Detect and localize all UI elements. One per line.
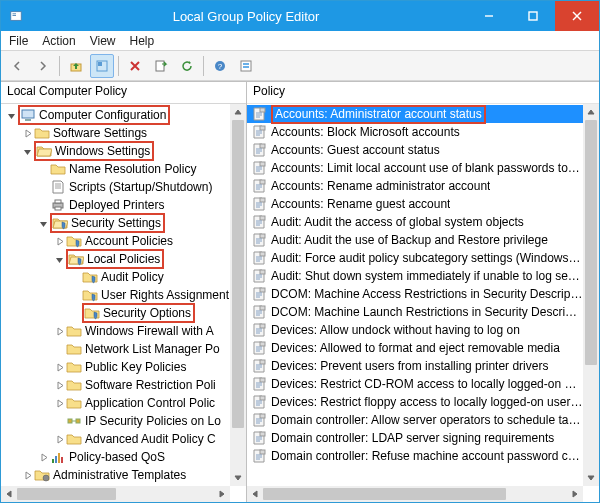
policy-row[interactable]: Domain controller: Allow server operator… — [247, 411, 583, 429]
list-scroll-v[interactable] — [583, 104, 599, 486]
scroll-thumb[interactable] — [263, 488, 506, 500]
scroll-right-icon[interactable] — [567, 486, 583, 502]
expand-open-icon[interactable] — [5, 109, 17, 121]
export-button[interactable] — [149, 54, 173, 78]
tree-scroll-h[interactable] — [1, 486, 230, 502]
tree-scroll-v[interactable] — [230, 104, 246, 486]
minimize-button[interactable] — [467, 1, 511, 31]
tree-item-n_soft[interactable]: Software Settings — [3, 124, 246, 142]
expand-closed-icon[interactable] — [21, 127, 33, 139]
policy-row[interactable]: Accounts: Block Microsoft accounts — [247, 123, 583, 141]
policy-row[interactable]: Accounts: Administrator account status — [247, 105, 583, 123]
menu-action[interactable]: Action — [42, 34, 75, 48]
filter-button[interactable] — [234, 54, 258, 78]
expand-open-icon[interactable] — [37, 217, 49, 229]
policy-row[interactable]: Domain controller: LDAP server signing r… — [247, 429, 583, 447]
scroll-up-icon[interactable] — [230, 104, 246, 120]
nav-back-button[interactable] — [5, 54, 29, 78]
menu-help[interactable]: Help — [130, 34, 155, 48]
expand-closed-icon[interactable] — [53, 379, 65, 391]
tree-item-n_dep[interactable]: Deployed Printers — [3, 196, 246, 214]
tree-item-n_acp[interactable]: Application Control Polic — [3, 394, 246, 412]
close-button[interactable] — [555, 1, 599, 31]
tree-header[interactable]: Local Computer Policy — [1, 82, 246, 104]
policy-icon — [251, 124, 267, 140]
nav-fwd-button[interactable] — [31, 54, 55, 78]
policy-row[interactable]: DCOM: Machine Launch Restrictions in Sec… — [247, 303, 583, 321]
policy-row[interactable]: Devices: Restrict CD-ROM access to local… — [247, 375, 583, 393]
tree-label: Policy-based QoS — [69, 450, 165, 464]
policy-row[interactable]: Accounts: Rename guest account — [247, 195, 583, 213]
policy-row[interactable]: Audit: Audit the use of Backup and Resto… — [247, 231, 583, 249]
expand-closed-icon[interactable] — [53, 361, 65, 373]
policy-row[interactable]: Audit: Shut down system immediately if u… — [247, 267, 583, 285]
tree-item-n_adm[interactable]: 6 16">Administrative Templates — [3, 466, 246, 484]
policy-row[interactable]: Devices: Allowed to format and eject rem… — [247, 339, 583, 357]
menu-file[interactable]: File — [9, 34, 28, 48]
policy-row[interactable]: Devices: Restrict floppy access to local… — [247, 393, 583, 411]
tree-item-n_win[interactable]: Windows Settings — [3, 142, 246, 160]
tree-item-root[interactable]: Computer Configuration — [3, 106, 246, 124]
tree-item-n_aap[interactable]: Advanced Audit Policy C — [3, 430, 246, 448]
tree-item-n_audit[interactable]: Audit Policy — [3, 268, 246, 286]
svg-rect-28 — [260, 108, 265, 112]
scroll-down-icon[interactable] — [230, 470, 246, 486]
expand-closed-icon[interactable] — [37, 451, 49, 463]
tree-label: IP Security Policies on Lo — [85, 414, 221, 428]
policy-row[interactable]: Accounts: Rename administrator account — [247, 177, 583, 195]
policy-row[interactable]: Accounts: Guest account status — [247, 141, 583, 159]
scroll-right-icon[interactable] — [214, 486, 230, 502]
folder-icon — [20, 107, 36, 123]
tree-item-n_loc[interactable]: Local Policies — [3, 250, 246, 268]
tree-item-n_pkp[interactable]: Public Key Policies — [3, 358, 246, 376]
svg-rect-9 — [98, 62, 102, 66]
maximize-button[interactable] — [511, 1, 555, 31]
policy-row[interactable]: Audit: Audit the access of global system… — [247, 213, 583, 231]
list-header[interactable]: Policy — [247, 82, 599, 104]
expand-closed-icon[interactable] — [53, 397, 65, 409]
tree-item-n_secopt[interactable]: Security Options — [3, 304, 246, 322]
expand-open-icon[interactable] — [21, 145, 33, 157]
tree-item-n_scr[interactable]: Scripts (Startup/Shutdown) — [3, 178, 246, 196]
menu-view[interactable]: View — [90, 34, 116, 48]
refresh-button[interactable] — [175, 54, 199, 78]
svg-rect-43 — [260, 378, 265, 382]
tree-item-n_sec[interactable]: Security Settings — [3, 214, 246, 232]
policy-row[interactable]: Devices: Allow undock without having to … — [247, 321, 583, 339]
scroll-thumb[interactable] — [585, 120, 597, 365]
up-folder-button[interactable] — [64, 54, 88, 78]
scroll-thumb[interactable] — [232, 120, 244, 428]
tree-item-n_srp[interactable]: Software Restriction Poli — [3, 376, 246, 394]
policy-row[interactable]: Audit: Force audit policy subcategory se… — [247, 249, 583, 267]
scroll-left-icon[interactable] — [247, 486, 263, 502]
expand-closed-icon[interactable] — [53, 433, 65, 445]
policy-row[interactable]: Accounts: Limit local account use of bla… — [247, 159, 583, 177]
expand-closed-icon[interactable] — [53, 235, 65, 247]
delete-button[interactable] — [123, 54, 147, 78]
scroll-thumb[interactable] — [17, 488, 116, 500]
scroll-up-icon[interactable] — [583, 104, 599, 120]
policy-row[interactable]: Domain controller: Refuse machine accoun… — [247, 447, 583, 465]
policy-row[interactable]: Devices: Prevent users from installing p… — [247, 357, 583, 375]
tree-item-n_ura[interactable]: User Rights Assignment — [3, 286, 246, 304]
svg-rect-42 — [260, 360, 265, 364]
scroll-left-icon[interactable] — [1, 486, 17, 502]
tree-item-n_ips[interactable]: IP Security Policies on Lo — [3, 412, 246, 430]
list-scroll-h[interactable] — [247, 486, 583, 502]
tree-item-n_wfw[interactable]: Windows Firewall with A — [3, 322, 246, 340]
tree-item-n_acct[interactable]: Account Policies — [3, 232, 246, 250]
svg-rect-36 — [260, 252, 265, 256]
svg-text:?: ? — [218, 62, 223, 71]
expand-none — [69, 289, 81, 301]
properties-button[interactable] — [90, 54, 114, 78]
help-button[interactable]: ? — [208, 54, 232, 78]
expand-open-icon[interactable] — [53, 253, 65, 265]
tree-item-n_pbq[interactable]: Policy-based QoS — [3, 448, 246, 466]
tree-item-n_nlm[interactable]: Network List Manager Po — [3, 340, 246, 358]
folder-icon — [66, 413, 82, 429]
scroll-down-icon[interactable] — [583, 470, 599, 486]
expand-closed-icon[interactable] — [53, 325, 65, 337]
policy-row[interactable]: DCOM: Machine Access Restrictions in Sec… — [247, 285, 583, 303]
expand-closed-icon[interactable] — [21, 469, 33, 481]
tree-item-n_nrp[interactable]: Name Resolution Policy — [3, 160, 246, 178]
